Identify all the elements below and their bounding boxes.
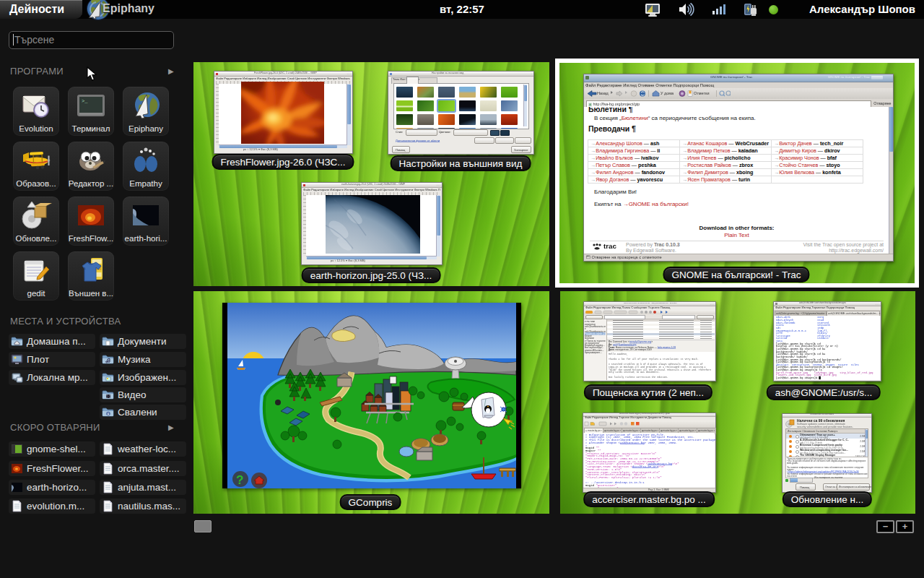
svg-text:?: ? (236, 473, 243, 487)
svg-text:>_: >_ (82, 98, 88, 104)
